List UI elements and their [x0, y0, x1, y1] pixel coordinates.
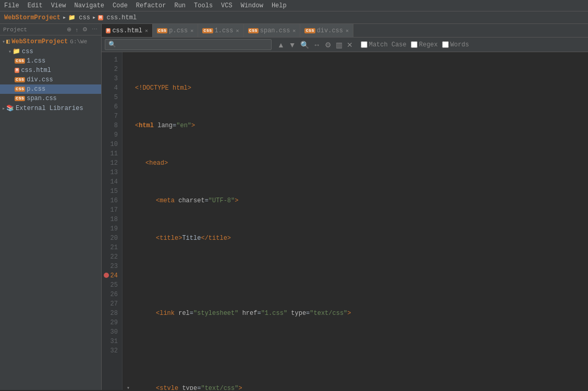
search-option-matchcase[interactable]: Match Case	[361, 41, 407, 48]
sidebar-toolbar: Project ⊕ ↑ ⚙ ⋯	[0, 24, 101, 35]
line-num-23: 23	[102, 262, 122, 271]
line-num-7: 7	[102, 112, 122, 121]
line-num-27: 27	[102, 299, 122, 309]
tab-close-divcss[interactable]: ✕	[346, 28, 349, 34]
sidebar: Project ⊕ ↑ ⚙ ⋯ ▾ ◧ WebStormProject G:\W…	[0, 24, 102, 390]
sidebar-item-spancss[interactable]: css span.css	[0, 94, 101, 103]
line-num-8: 8	[102, 121, 122, 130]
code-text-7d: =	[190, 309, 193, 318]
line-num-4: 4	[102, 83, 122, 93]
sidebar-item-extlib[interactable]: ▸ 📚 External Libraries	[0, 103, 101, 113]
sidebar-item-label: WebStormProject	[11, 38, 68, 45]
sidebar-item-label: div.css	[27, 76, 53, 83]
line-num-3: 3	[102, 74, 122, 83]
menu-view[interactable]: View	[47, 1, 70, 10]
sidebar-item-project-root[interactable]: ▾ ◧ WebStormProject G:\We	[0, 36, 101, 46]
fold-btn-9[interactable]: ▾	[127, 384, 133, 390]
search-prev-btn[interactable]: ▲	[276, 40, 286, 50]
tab-close-pcss[interactable]: ✕	[190, 28, 193, 34]
code-text-7c: rel	[175, 309, 190, 318]
sidebar-item-label: span.css	[27, 95, 57, 102]
tab-close-spancss[interactable]: ✕	[292, 28, 296, 34]
folder-icon-breadcrumb: 📁	[68, 14, 76, 21]
breadcrumb-sep2: ▸	[92, 14, 96, 21]
sidebar-path: G:\We	[70, 39, 87, 45]
css-icon-1css: css	[15, 58, 25, 64]
tab-icon-spancss: css	[248, 28, 259, 33]
menu-edit[interactable]: Edit	[23, 1, 47, 10]
code-text-4f: >	[235, 196, 238, 205]
search-option-words[interactable]: Words	[442, 41, 469, 48]
menu-bar: File Edit View Navigate Code Refactor Ru…	[0, 0, 588, 11]
code-editor: 1 2 3 4 5 6 7 8 9 10 11 12 13 14 15 16 1…	[102, 52, 588, 390]
code-text-7f: href	[238, 309, 257, 318]
search-settings-btn[interactable]: ⚙	[323, 40, 333, 50]
html-icon-breadcrumb: H	[98, 15, 103, 20]
tab-pcss[interactable]: css p.css ✕	[153, 24, 198, 38]
code-text-4e: "UTF-8"	[209, 196, 235, 205]
sidebar-item-label: p.css	[27, 85, 45, 93]
code-text-7a: <	[156, 309, 160, 318]
breadcrumb: WebStormProject ▸ 📁 css ▸ H css.html	[0, 11, 588, 24]
line-num-13: 13	[102, 168, 122, 177]
search-replace-btn[interactable]: ↔	[312, 40, 322, 50]
code-empty-8	[127, 346, 130, 356]
menu-refactor[interactable]: Refactor	[132, 1, 170, 10]
code-text-9a: <	[156, 384, 160, 390]
line-numbers: 1 2 3 4 5 6 7 8 9 10 11 12 13 14 15 16 1…	[102, 52, 123, 390]
code-text-7k: "text/css"	[310, 309, 347, 318]
search-option-regex[interactable]: Regex	[411, 41, 438, 48]
sidebar-item-pcss[interactable]: css p.css	[0, 84, 101, 94]
line-num-5: 5	[102, 93, 122, 102]
search-checkbox-regex[interactable]	[411, 41, 418, 48]
menu-tools[interactable]: Tools	[190, 1, 217, 10]
line-num-21: 21	[102, 243, 122, 252]
menu-vcs[interactable]: VCS	[217, 1, 237, 10]
line-num-16: 16	[102, 196, 122, 205]
line-num-14: 14	[102, 177, 122, 187]
menu-navigate[interactable]: Navigate	[70, 1, 108, 10]
search-next-btn[interactable]: ▼	[287, 40, 298, 50]
code-content[interactable]: <!DOCTYPE html> <html lang="en"> <head> …	[123, 52, 588, 390]
search-checkbox-matchcase[interactable]	[361, 41, 368, 48]
sidebar-btn-add[interactable]: ⊕	[65, 25, 73, 34]
search-filter-btn[interactable]: ▥	[334, 40, 344, 50]
folder-icon-css: 📁	[13, 47, 20, 55]
line-num-28: 28	[102, 309, 122, 318]
tab-1css[interactable]: css 1.css ✕	[198, 24, 243, 38]
sidebar-item-css-folder[interactable]: ▾ 📁 css	[0, 46, 101, 56]
menu-run[interactable]: Run	[170, 1, 190, 10]
tab-label-csshtml: css.html	[112, 27, 142, 34]
search-input-wrap: 🔍	[105, 39, 272, 50]
tab-divcss[interactable]: css div.css ✕	[300, 24, 353, 38]
menu-file[interactable]: File	[0, 1, 23, 10]
main-layout: Project ⊕ ↑ ⚙ ⋯ ▾ ◧ WebStormProject G:\W…	[0, 24, 588, 390]
tab-csshtml[interactable]: H css.html ✕	[102, 24, 153, 38]
search-find-btn[interactable]: 🔍	[299, 40, 311, 50]
tab-close-csshtml[interactable]: ✕	[145, 28, 148, 34]
breadcrumb-project: WebStormProject	[4, 14, 60, 21]
code-text-5a: <title>	[156, 234, 182, 243]
search-checkbox-words[interactable]	[442, 41, 449, 48]
sidebar-btn-more[interactable]: ⋯	[90, 25, 99, 34]
code-line-3: <head>	[127, 158, 588, 168]
code-text-2a: <	[135, 121, 139, 130]
line-num-26: 26	[102, 290, 122, 299]
search-input[interactable]	[118, 41, 268, 48]
tab-close-1css[interactable]: ✕	[236, 28, 239, 34]
sidebar-item-divcss[interactable]: css div.css	[0, 75, 101, 84]
code-text-7h: "1.css"	[261, 309, 287, 318]
line-num-9: 9	[102, 130, 122, 140]
tab-spancss[interactable]: css span.css ✕	[244, 24, 301, 38]
menu-window[interactable]: Window	[237, 1, 267, 10]
sidebar-btn-settings[interactable]: ⚙	[81, 25, 89, 34]
menu-help[interactable]: Help	[267, 1, 291, 10]
menu-code[interactable]: Code	[108, 1, 132, 10]
search-close-btn[interactable]: ✕	[345, 40, 354, 50]
line-num-2: 2	[102, 65, 122, 74]
sidebar-btn-up[interactable]: ↑	[74, 26, 80, 34]
sidebar-tree: ▾ ◧ WebStormProject G:\We ▾ 📁 css css 1.…	[0, 35, 101, 390]
code-text-7j: =	[306, 309, 310, 318]
sidebar-item-1css[interactable]: css 1.css	[0, 56, 101, 66]
sidebar-item-csshtml[interactable]: H css.html	[0, 66, 101, 75]
